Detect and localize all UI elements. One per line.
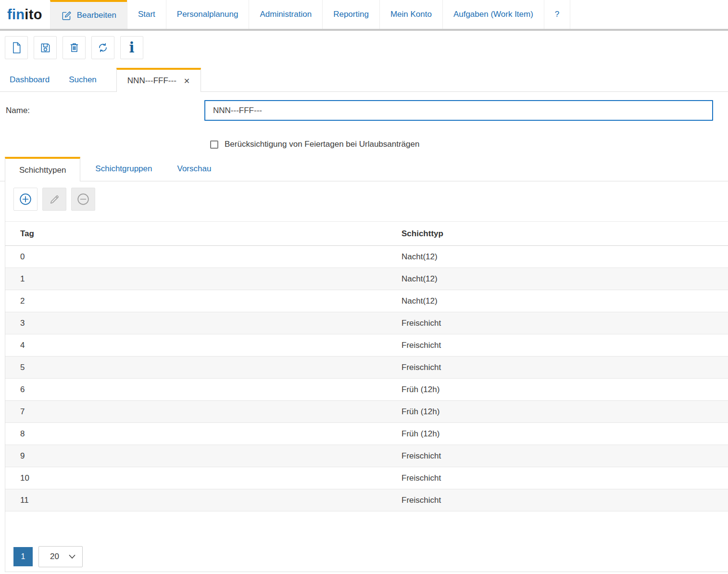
- cell-tag: 5: [5, 363, 402, 372]
- cell-schichttyp: Freischicht: [402, 473, 728, 483]
- cell-tag: 11: [5, 496, 402, 505]
- page-size-value: 20: [50, 552, 59, 561]
- nav-item-label: Mein Konto: [390, 10, 432, 19]
- cell-schichttyp: Freischicht: [402, 496, 728, 505]
- table-row[interactable]: 2 Nacht(12): [5, 290, 728, 312]
- nav-item-mein-konto[interactable]: Mein Konto: [379, 0, 442, 29]
- nav-item-start[interactable]: Start: [127, 0, 166, 29]
- subtab-schichtgruppen[interactable]: Schichtgruppen: [85, 157, 162, 181]
- grid-body: 0 Nacht(12) 1 Nacht(12) 2 Nacht(12) 3 Fr…: [5, 246, 728, 511]
- cell-tag: 4: [5, 341, 402, 350]
- holiday-checkbox[interactable]: [210, 140, 218, 149]
- name-label: Name:: [0, 106, 204, 115]
- new-document-icon: [11, 42, 22, 54]
- tab-dashboard[interactable]: Dashboard: [0, 68, 59, 91]
- name-form-row: Name:: [0, 100, 728, 121]
- grid-header-row: Tag Schichttyp: [5, 222, 728, 246]
- subtab-label: Schichtgruppen: [95, 164, 152, 174]
- nav-item-reporting[interactable]: Reporting: [322, 0, 379, 29]
- schichttypen-panel: Tag Schichttyp 0 Nacht(12) 1 Nacht(12) 2…: [5, 181, 728, 572]
- pencil-icon: [49, 193, 61, 205]
- cell-tag: 0: [5, 252, 402, 262]
- nav-item-label: Reporting: [333, 10, 369, 19]
- table-row[interactable]: 4 Freischicht: [5, 334, 728, 357]
- main-toolbar: i: [0, 31, 728, 64]
- nav-item-administration[interactable]: Administration: [249, 0, 322, 29]
- info-icon: i: [129, 41, 134, 55]
- nav-item-label: Start: [138, 10, 155, 19]
- close-icon[interactable]: ✕: [184, 77, 190, 86]
- logo-part-1: fin: [7, 7, 25, 23]
- tab-label: Suchen: [69, 75, 97, 85]
- tab-suchen[interactable]: Suchen: [59, 68, 106, 91]
- logo-part-2: ito: [25, 7, 42, 23]
- table-row[interactable]: 6 Früh (12h): [5, 379, 728, 401]
- top-nav: finito Bearbeiten Start Personalplanung …: [0, 0, 728, 31]
- cell-tag: 1: [5, 274, 402, 284]
- cell-schichttyp: Früh (12h): [402, 429, 728, 439]
- table-row[interactable]: 3 Freischicht: [5, 312, 728, 334]
- table-row[interactable]: 8 Früh (12h): [5, 423, 728, 445]
- subtab-label: Schichttypen: [19, 166, 66, 175]
- subtab-label: Vorschau: [177, 164, 211, 174]
- tab-nnn-fff[interactable]: NNN---FFF--- ✕: [116, 68, 201, 92]
- delete-button[interactable]: [63, 36, 86, 59]
- cell-tag: 9: [5, 451, 402, 461]
- cell-schichttyp: Freischicht: [402, 363, 728, 372]
- edit-row-button[interactable]: [42, 188, 66, 211]
- table-row[interactable]: 9 Freischicht: [5, 445, 728, 467]
- table-row[interactable]: 5 Freischicht: [5, 357, 728, 379]
- table-row[interactable]: 1 Nacht(12): [5, 268, 728, 290]
- nav-item-aufgaben[interactable]: Aufgaben (Work Item): [442, 0, 544, 29]
- save-button[interactable]: [34, 36, 57, 59]
- tab-label: NNN---FFF---: [127, 76, 176, 86]
- cell-schichttyp: Nacht(12): [402, 274, 728, 284]
- edit-icon: [61, 10, 72, 21]
- nav-item-personalplanung[interactable]: Personalplanung: [166, 0, 249, 29]
- trash-icon: [69, 42, 80, 53]
- schichttypen-grid: Tag Schichttyp 0 Nacht(12) 1 Nacht(12) 2…: [5, 221, 728, 511]
- cell-tag: 10: [5, 473, 402, 483]
- cell-tag: 2: [5, 296, 402, 306]
- nav-item-label: Personalplanung: [177, 10, 238, 19]
- cell-schichttyp: Nacht(12): [402, 252, 728, 262]
- subtab-schichttypen[interactable]: Schichttypen: [5, 157, 80, 181]
- cell-schichttyp: Nacht(12): [402, 296, 728, 306]
- chevron-down-icon: [68, 554, 76, 560]
- minus-circle-icon: [77, 193, 89, 205]
- nav-item-bearbeiten[interactable]: Bearbeiten: [50, 0, 127, 29]
- page-size-select[interactable]: 20: [38, 546, 83, 567]
- nav-item-label: Administration: [260, 10, 312, 19]
- cell-schichttyp: Früh (12h): [402, 407, 728, 417]
- nav-item-label: Aufgaben (Work Item): [453, 10, 533, 19]
- name-input[interactable]: [204, 100, 713, 121]
- cell-schichttyp: Früh (12h): [402, 385, 728, 395]
- table-row[interactable]: 11 Freischicht: [5, 489, 728, 511]
- table-row[interactable]: 0 Nacht(12): [5, 246, 728, 268]
- subtab-vorschau[interactable]: Vorschau: [167, 157, 221, 181]
- column-header-schichttyp[interactable]: Schichttyp: [402, 229, 728, 239]
- subtabstrip: Schichttypen Schichtgruppen Vorschau: [0, 157, 728, 181]
- tab-label: Dashboard: [10, 75, 50, 85]
- main-tabstrip: Dashboard Suchen NNN---FFF--- ✕: [0, 68, 728, 92]
- refresh-icon: [97, 42, 109, 53]
- cell-schichttyp: Freischicht: [402, 341, 728, 350]
- table-row[interactable]: 10 Freischicht: [5, 467, 728, 489]
- nav-item-help[interactable]: ?: [544, 0, 570, 29]
- pagination: 1 20: [13, 546, 728, 567]
- holiday-checkbox-row: Berücksichtigung von Feiertagen bei Urla…: [210, 140, 728, 149]
- info-button[interactable]: i: [120, 36, 143, 59]
- page-1-button[interactable]: 1: [13, 547, 33, 566]
- new-document-button[interactable]: [5, 36, 28, 59]
- add-row-button[interactable]: [13, 188, 38, 211]
- cell-schichttyp: Freischicht: [402, 319, 728, 328]
- refresh-button[interactable]: [91, 36, 114, 59]
- cell-schichttyp: Freischicht: [402, 451, 728, 461]
- cell-tag: 8: [5, 429, 402, 439]
- column-header-tag[interactable]: Tag: [5, 229, 402, 239]
- plus-circle-icon: [19, 193, 32, 205]
- remove-row-button[interactable]: [71, 188, 95, 211]
- table-row[interactable]: 7 Früh (12h): [5, 401, 728, 423]
- app-logo: finito: [0, 0, 50, 29]
- cell-tag: 7: [5, 407, 402, 417]
